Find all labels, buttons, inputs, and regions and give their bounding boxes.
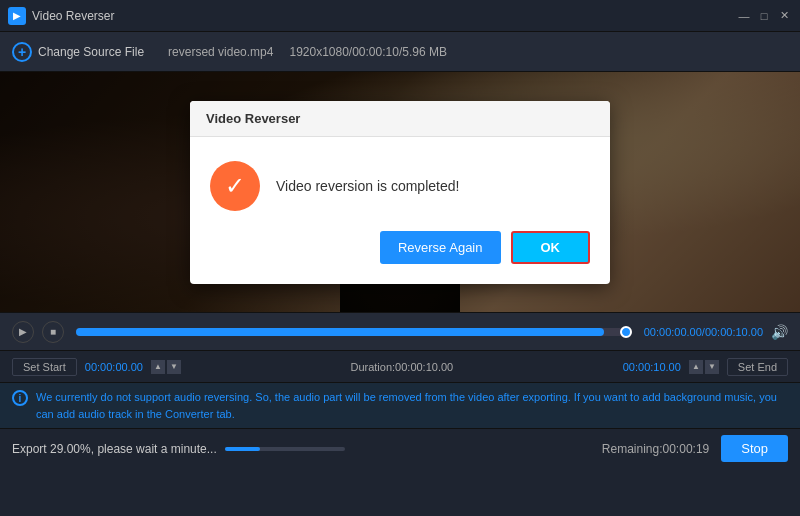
- start-time: 00:00:00.00: [85, 361, 143, 373]
- video-area: Video Reverser ✓ Video reversion is comp…: [0, 72, 800, 312]
- set-start-button[interactable]: Set Start: [12, 358, 77, 376]
- stop-playback-button[interactable]: ■: [42, 321, 64, 343]
- checkmark-icon: ✓: [225, 172, 245, 200]
- minimize-button[interactable]: —: [736, 8, 752, 24]
- export-left: Export 29.00%, please wait a minute...: [12, 442, 345, 456]
- dialog-title: Video Reverser: [190, 101, 610, 137]
- title-bar-left: ▶ Video Reverser: [8, 7, 115, 25]
- progress-thumb: [620, 326, 632, 338]
- ok-button[interactable]: OK: [511, 231, 591, 264]
- export-progress-fill: [225, 447, 260, 451]
- success-icon: ✓: [210, 161, 260, 211]
- export-status: Export 29.00%, please wait a minute...: [12, 442, 217, 456]
- app-title: Video Reverser: [32, 9, 115, 23]
- controls-bar: ▶ ■ 00:00:00.00/00:00:10.00 🔊: [0, 312, 800, 350]
- timeline-row: Set Start 00:00:00.00 ▲ ▼ Duration:00:00…: [0, 350, 800, 382]
- stop-button[interactable]: Stop: [721, 435, 788, 462]
- completion-dialog: Video Reverser ✓ Video reversion is comp…: [190, 101, 610, 284]
- info-row: i We currently do not support audio reve…: [0, 382, 800, 428]
- file-name: reversed video.mp4: [168, 45, 273, 59]
- progress-fill: [76, 328, 604, 336]
- set-end-button[interactable]: Set End: [727, 358, 788, 376]
- dialog-buttons: Reverse Again OK: [190, 231, 610, 284]
- window-controls[interactable]: — □ ✕: [736, 8, 792, 24]
- reverse-again-button[interactable]: Reverse Again: [380, 231, 501, 264]
- end-stepper[interactable]: ▲ ▼: [689, 360, 719, 374]
- export-right: Remaining:00:00:19 Stop: [602, 435, 788, 462]
- play-button[interactable]: ▶: [12, 321, 34, 343]
- progress-track[interactable]: [76, 328, 632, 336]
- dialog-overlay: Video Reverser ✓ Video reversion is comp…: [0, 72, 800, 312]
- end-down-button[interactable]: ▼: [705, 360, 719, 374]
- info-icon: i: [12, 390, 28, 406]
- app-icon: ▶: [8, 7, 26, 25]
- info-text: We currently do not support audio revers…: [36, 389, 788, 422]
- volume-icon[interactable]: 🔊: [771, 324, 788, 340]
- title-bar: ▶ Video Reverser — □ ✕: [0, 0, 800, 32]
- change-source-button[interactable]: + Change Source File: [12, 42, 144, 62]
- export-progress-bar: [225, 447, 345, 451]
- end-time: 00:00:10.00: [623, 361, 681, 373]
- export-row: Export 29.00%, please wait a minute... R…: [0, 428, 800, 468]
- close-button[interactable]: ✕: [776, 8, 792, 24]
- dialog-message: Video reversion is completed!: [276, 178, 459, 194]
- time-display: 00:00:00.00/00:00:10.00: [644, 326, 763, 338]
- start-stepper[interactable]: ▲ ▼: [151, 360, 181, 374]
- dialog-body: ✓ Video reversion is completed!: [190, 137, 610, 231]
- maximize-button[interactable]: □: [756, 8, 772, 24]
- end-up-button[interactable]: ▲: [689, 360, 703, 374]
- toolbar: + Change Source File reversed video.mp4 …: [0, 32, 800, 72]
- plus-circle-icon: +: [12, 42, 32, 62]
- file-meta: 1920x1080/00:00:10/5.96 MB: [289, 45, 446, 59]
- duration-label: Duration:00:00:10.00: [350, 361, 453, 373]
- remaining-text: Remaining:00:00:19: [602, 442, 709, 456]
- change-source-label: Change Source File: [38, 45, 144, 59]
- start-down-button[interactable]: ▼: [167, 360, 181, 374]
- start-up-button[interactable]: ▲: [151, 360, 165, 374]
